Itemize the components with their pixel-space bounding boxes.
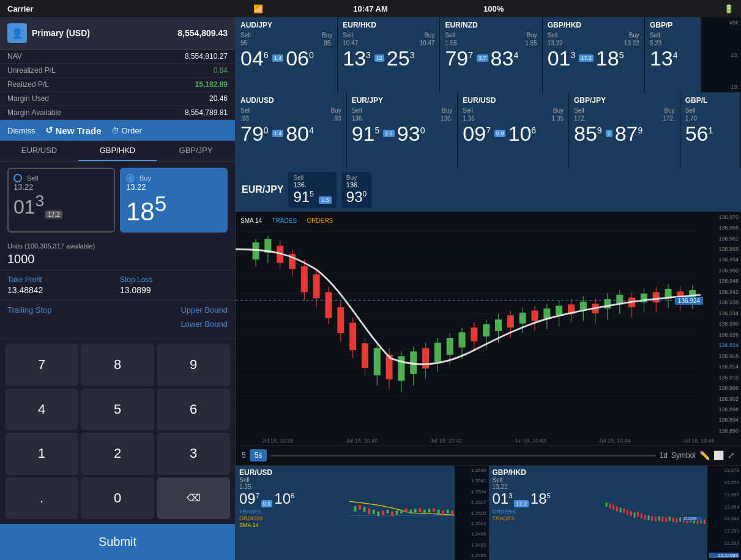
num-key-7[interactable]: 7: [5, 344, 78, 386]
tile-gbpp[interactable]: GBP/P Sell 5.23 134: [645, 17, 701, 92]
svg-rect-100: [409, 510, 412, 514]
svg-rect-138: [669, 517, 671, 521]
svg-rect-90: [363, 507, 365, 512]
num-key-.[interactable]: .: [5, 477, 78, 520]
tile-gbphkd-top[interactable]: GBP/HKD Sell Buy 13.22 13.22 013 17.2 18…: [543, 17, 645, 92]
tile-gbpp-pair: GBP/P: [650, 21, 696, 29]
sell-label: Sell: [27, 174, 38, 182]
units-input[interactable]: [7, 252, 228, 266]
submit-button[interactable]: Submit: [0, 524, 235, 560]
margin-used-value: 20.46: [209, 94, 228, 103]
svg-rect-103: [423, 510, 426, 515]
tile-gbpl[interactable]: GBP/L Sell 1.70 561: [680, 92, 741, 168]
backspace-key[interactable]: ⌫: [157, 477, 230, 520]
chart-buy-price[interactable]: Buy 136. 930: [341, 172, 371, 208]
tile-gbpjpy[interactable]: GBP/JPY Sell Buy 172. 172. 859 2 879: [569, 92, 680, 168]
chart-canvas: SMA 14 TRADES ORDERS: [236, 212, 741, 436]
dismiss-button[interactable]: Dismiss: [7, 126, 35, 135]
chart-sell-price[interactable]: Sell 136. 915 1.5: [288, 172, 336, 208]
carrier-label: Carrier: [7, 4, 34, 13]
svg-rect-36: [398, 356, 404, 381]
timeline-scrubber[interactable]: [270, 455, 655, 457]
new-trade-button[interactable]: ↺ New Trade: [45, 125, 102, 136]
svg-rect-12: [253, 242, 259, 259]
svg-rect-148: [704, 520, 706, 524]
stop-loss-item: Stop Loss 13.0899: [120, 275, 228, 295]
sell-radio[interactable]: [13, 174, 22, 182]
chart-controls: 5 5s 1d Symbol ✏️ ⬜ ⤢: [236, 445, 741, 465]
tile-eurusd-mid[interactable]: EUR/USD Sell Buy 1.35 1.35 097 0.9 106: [458, 92, 569, 168]
bottom-tile-gbphkd[interactable]: GBP/HKD Sell Buy 13.22 13.22 013 17.2: [489, 465, 742, 560]
trailing-stop-button[interactable]: Trailing Stop: [7, 305, 52, 315]
svg-rect-58: [531, 310, 538, 321]
tab-gbphkd[interactable]: GBP/HKD: [78, 141, 157, 161]
svg-rect-32: [374, 348, 381, 375]
buy-big-price: 185: [126, 192, 166, 226]
chart-price-labels: 136.970 136.966 136.962 136.958 136.954 …: [704, 212, 741, 436]
order-button[interactable]: ⏱ Order: [111, 126, 142, 135]
margin-avail-row: Margin Available 8,554,789.81: [0, 106, 235, 120]
fullscreen-icon[interactable]: ⤢: [728, 450, 735, 460]
tile-eurnzd-pair: EUR/NZD: [445, 21, 537, 29]
current-price-badge: 136.924: [675, 297, 703, 305]
time-label: 10:47 AM: [353, 4, 388, 13]
svg-rect-50: [483, 324, 490, 336]
legend-orders: ORDERS: [307, 217, 333, 224]
buy-radio[interactable]: [126, 174, 135, 182]
buy-option[interactable]: Buy 13.22 185: [120, 168, 228, 233]
tile-audjpy[interactable]: AUD/JPY Sell Buy 95. 95. 046 1.4 060: [236, 17, 338, 92]
tab-gbpjpy[interactable]: GBP/JPY: [157, 141, 235, 161]
gbphkd-mini-chart: 13.22099: [602, 466, 707, 560]
tile-eurhkd[interactable]: EUR/HKD Sell Buy 10.47 10.47 133 12 253: [338, 17, 440, 92]
tile-eurjpy[interactable]: EUR/JPY Sell Buy 136. 136. 915 1.5 930: [347, 92, 458, 168]
tile-gbphkd-pair: GBP/HKD: [548, 21, 639, 29]
svg-rect-137: [665, 517, 667, 521]
num-key-3[interactable]: 3: [157, 433, 230, 475]
realized-label: Realized P/L: [7, 80, 49, 89]
order-icon: ⏱: [111, 126, 119, 135]
num-key-4[interactable]: 4: [5, 389, 78, 431]
bottom-tile-eurusd[interactable]: EUR/USD Sell Buy 1.35 1.35 097 0.9 10: [236, 465, 489, 560]
tile-audusd[interactable]: AUD/USD Sell Buy .93 .93 790 1.4 804: [236, 92, 347, 168]
svg-rect-141: [679, 517, 681, 521]
tile-eurnzd[interactable]: EUR/NZD Sell Buy 1.55 1.55 797 3.7 834: [440, 17, 542, 92]
units-label: Units (100,305,317 available): [7, 242, 228, 250]
svg-rect-107: [442, 510, 444, 515]
draw-icon[interactable]: ✏️: [699, 450, 710, 460]
take-profit-value[interactable]: 13.48842: [7, 285, 115, 295]
top-right-prices: ¥$€ 13. 13.: [701, 17, 741, 92]
account-header: 👤 Primary (USD) 8,554,809.43: [0, 17, 235, 50]
tab-eurusd[interactable]: EUR/USD: [0, 141, 78, 161]
sell-big-price: 013: [13, 192, 44, 218]
num-key-9[interactable]: 9: [157, 344, 230, 386]
middle-tiles-flex: AUD/USD Sell Buy .93 .93 790 1.4 804: [236, 92, 741, 168]
num-key-1[interactable]: 1: [5, 433, 78, 475]
num-key-5[interactable]: 5: [81, 389, 154, 431]
svg-rect-134: [655, 517, 657, 521]
svg-rect-131: [644, 515, 646, 520]
account-name: Primary (USD): [32, 28, 177, 38]
symbol-button[interactable]: Symbol: [671, 451, 696, 460]
buy-price: 13.22: [126, 182, 222, 192]
svg-rect-102: [419, 508, 421, 512]
svg-rect-56: [519, 312, 526, 323]
num-key-8[interactable]: 8: [81, 344, 154, 386]
upper-bound-button[interactable]: Upper Bound: [181, 305, 228, 315]
num-key-2[interactable]: 2: [81, 433, 154, 475]
unrealized-row: Unrealized P/L 0.84: [0, 64, 235, 78]
lower-bound-button[interactable]: Lower Bound: [181, 319, 228, 329]
svg-rect-126: [627, 510, 628, 515]
stop-loss-value[interactable]: 13.0899: [120, 285, 228, 295]
expand-icon[interactable]: ⬜: [713, 450, 724, 460]
svg-rect-121: [609, 504, 611, 509]
num-key-6[interactable]: 6: [157, 389, 230, 431]
tile-audjpy-pair: AUD/JPY: [240, 21, 332, 29]
sell-option[interactable]: Sell 13.22 013 17.2: [7, 168, 115, 233]
chart-svg: [236, 212, 741, 436]
svg-rect-123: [616, 506, 618, 512]
account-stats: NAV 8,554,810.27 Unrealized P/L 0.84 Rea…: [0, 50, 235, 120]
svg-rect-124: [620, 507, 622, 512]
num-key-0[interactable]: 0: [81, 477, 154, 520]
svg-rect-20: [301, 266, 308, 292]
timeframe-button[interactable]: 5s: [250, 449, 267, 461]
